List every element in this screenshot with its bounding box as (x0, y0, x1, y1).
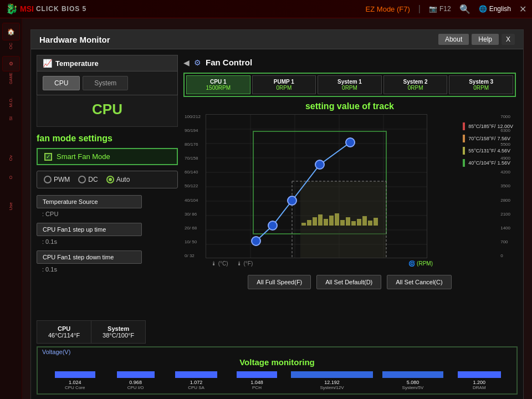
temp-source-button[interactable]: Temperature Source (37, 195, 142, 208)
about-button[interactable]: About (438, 34, 469, 45)
close-top-button[interactable]: ✕ (519, 4, 526, 14)
y-label-4: 60/140 (185, 170, 201, 175)
svg-point-36 (346, 138, 355, 147)
temperature-header: 📈 Temperature (37, 55, 177, 71)
fan-curve-chart[interactable] (206, 114, 427, 258)
fan-slot-sys1[interactable]: System 1 0RPM (318, 75, 382, 94)
legend-text-1: 85°C/185°F/ (468, 124, 495, 129)
step-down-button[interactable]: CPU Fan1 step down time (37, 250, 142, 264)
svg-rect-28 (374, 218, 378, 226)
side-nav-label-use[interactable]: Use (8, 202, 13, 210)
svg-rect-21 (335, 213, 339, 226)
rpm-label-4: 4200 (500, 170, 510, 175)
pwm-option[interactable]: PWM (44, 176, 70, 183)
language-label: English (489, 5, 511, 13)
system-tab[interactable]: System (83, 76, 128, 90)
fan-slot-sys3[interactable]: System 3 0RPM (449, 75, 513, 94)
fan-slot-sys3-name: System 3 (452, 79, 510, 85)
temp-c-unit: 🌡 (°C) (211, 260, 228, 267)
side-nav-label-o[interactable]: O (8, 176, 13, 179)
cpu-tab[interactable]: CPU (43, 76, 80, 90)
temperature-tabs: CPU System (37, 71, 177, 95)
all-set-cancel-button[interactable]: All Set Cancel(C) (387, 275, 451, 289)
rpm-label-5: 3500 (500, 183, 510, 188)
all-full-speed-button[interactable]: All Full Speed(F) (248, 275, 311, 289)
cpu-temp-display: CPU (37, 95, 178, 127)
legend-color-4 (463, 159, 465, 167)
side-nav-label-si[interactable]: SI (8, 116, 13, 121)
f12-button[interactable]: 📷 F12 (429, 5, 451, 13)
auto-option[interactable]: Auto (106, 176, 130, 183)
voltage-bar-cpu-core (55, 371, 95, 378)
dc-option[interactable]: DC (78, 176, 98, 183)
svg-rect-19 (324, 219, 328, 226)
legend-color-2 (463, 135, 465, 142)
temp-source-value: : CPU (37, 211, 178, 217)
legend-text-2: 70°C/158°F/ (468, 136, 495, 141)
legend-color-1 (463, 122, 465, 130)
voltage-value-sys12v: 12.192 (289, 380, 376, 385)
help-button[interactable]: Help (472, 34, 499, 45)
fan-slot-pump1-rpm: 0RPM (255, 85, 314, 91)
rpm-unit: 🌀 (RPM) (408, 260, 433, 267)
svg-rect-23 (346, 217, 350, 226)
legend-item-3: 55°C/131°F/ 4.56V (463, 147, 513, 155)
side-nav-item-2[interactable]: ⚙ (2, 56, 20, 71)
voltage-name-cpu-core: CPU Core (46, 385, 104, 390)
legend-voltage-4: 1.56V (497, 160, 510, 166)
fan-slot-sys2[interactable]: System 2 0RPM (383, 75, 448, 94)
voltage-label: Voltage(V) (38, 347, 516, 356)
back-arrow-icon[interactable]: ◀ (183, 58, 190, 67)
left-panel: 📈 Temperature CPU System CPU fan mode se… (37, 55, 178, 278)
top-bar-left: 🐉 MSI CLICK BIOS 5 (6, 3, 86, 15)
bottom-area: CPU 46°C/114°F System 38°C/100°F Voltage… (37, 320, 518, 395)
side-nav-item-1[interactable]: 🏠 (2, 23, 20, 40)
all-set-default-button[interactable]: All Set Default(D) (316, 275, 381, 289)
voltage-name-cpu-io: CPU I/O (106, 385, 164, 390)
rpm-label-8: 1400 (500, 226, 510, 231)
side-nav-label-mo[interactable]: M.O. (8, 98, 13, 107)
side-nav-label-ov[interactable]: Ov (8, 155, 13, 161)
track-title: setting value of track (183, 101, 516, 111)
rpm-label-7: 2100 (500, 212, 510, 217)
smart-fan-mode-checkbox[interactable]: ✓ Smart Fan Mode (37, 148, 178, 165)
auto-radio-circle (106, 176, 114, 183)
voltage-bar-cpu-sa (175, 371, 217, 378)
svg-rect-16 (307, 220, 311, 226)
top-bar-right: EZ Mode (F7) | 📷 F12 🔍 🌐 English ✕ (366, 4, 526, 14)
voltage-item-dram: 1.200 DRAM (451, 370, 508, 390)
fan-slot-sys1-name: System 1 (320, 79, 379, 85)
msi-logo: 🐉 MSI CLICK BIOS 5 (6, 3, 86, 15)
voltage-bars-container: 1.024 CPU Core 0.968 CPU I/O (38, 368, 516, 393)
voltage-value-pch: 1.048 (228, 380, 285, 385)
voltage-title: Voltage monitoring (38, 356, 516, 368)
fan-slot-cpu1[interactable]: CPU 1 1500RPM (186, 75, 250, 94)
hardware-monitor-dialog: Hardware Monitor About Help X 📈 Temperat… (30, 29, 524, 399)
fan-slot-sys3-rpm: 0RPM (452, 85, 510, 91)
voltage-bar-dram (458, 371, 501, 378)
ez-mode-button[interactable]: EZ Mode (F7) (366, 5, 410, 13)
y-label-10: 0/ 32 (185, 253, 201, 258)
fan-slot-pump1[interactable]: PUMP 1 0RPM (252, 75, 316, 94)
bios-title-text: CLICK BIOS 5 (36, 5, 86, 13)
step-up-button[interactable]: CPU Fan1 step up time (37, 223, 142, 236)
voltage-name-sys5v: System/5V (378, 385, 447, 390)
search-top-icon[interactable]: 🔍 (459, 4, 470, 14)
legend-item-1: 85°C/185°F/ 12.00V (463, 122, 513, 130)
y-label-7: 30/ 86 (185, 212, 201, 217)
voltage-bar-sys5v (382, 371, 443, 378)
dialog-close-button[interactable]: X (502, 34, 515, 45)
language-button[interactable]: 🌐 English (479, 5, 511, 13)
y-label-9: 10/ 50 (185, 239, 201, 244)
fan-slot-sys1-rpm: 0RPM (320, 85, 379, 91)
dialog-content: 📈 Temperature CPU System CPU fan mode se… (31, 49, 523, 399)
temperature-section: 📈 Temperature CPU System (37, 55, 178, 95)
side-nav-label-oc[interactable]: OC (8, 43, 13, 49)
checkbox-box: ✓ (44, 153, 52, 161)
y-label-6: 40/104 (185, 198, 201, 203)
screenshot-icon: 📷 (429, 5, 437, 13)
flag-icon: 🌐 (479, 5, 487, 13)
legend-text-3: 55°C/131°F/ (468, 148, 495, 154)
legend-text-4: 40°C/104°F/ (468, 160, 495, 166)
smart-fan-label: Smart Fan Mode (57, 152, 110, 161)
